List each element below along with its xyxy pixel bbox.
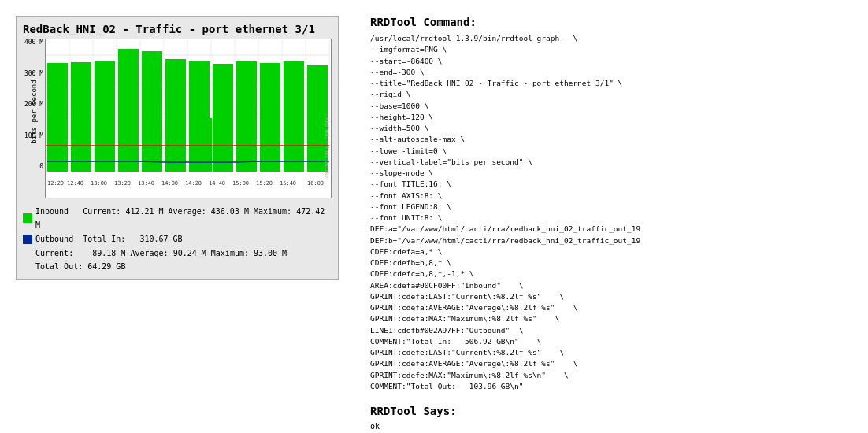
- outbound-stats-row: Current: 89.18 M Average: 90.24 M Maximu…: [35, 246, 332, 260]
- svg-rect-17: [47, 63, 68, 172]
- inbound-color-box: [23, 213, 32, 223]
- svg-text:RRDTOOL / Tobi Oetiker: RRDTOOL / Tobi Oetiker: [325, 118, 330, 181]
- svg-rect-18: [71, 62, 91, 172]
- svg-text:14:00: 14:00: [161, 180, 178, 187]
- svg-text:15:40: 15:40: [280, 180, 296, 187]
- svg-text:13:20: 13:20: [114, 180, 131, 187]
- inbound-maximum: 472.42 M: [35, 207, 325, 229]
- rrdtool-says-value: ok: [370, 422, 852, 431]
- svg-text:13:00: 13:00: [91, 180, 107, 187]
- y-label-200m: 200 M: [21, 101, 43, 108]
- svg-text:15:20: 15:20: [256, 180, 273, 187]
- total-out-label: Total Out: 64.29 GB: [35, 262, 125, 271]
- svg-text:15:00: 15:00: [232, 180, 249, 187]
- svg-rect-25: [213, 64, 233, 172]
- outbound-label: Outbound Total In: 310.67 GB: [35, 232, 183, 246]
- y-label-0: 0: [21, 163, 43, 170]
- outbound-maximum: 93.00 M: [254, 249, 287, 257]
- total-out-value: 64.29 GB: [87, 262, 125, 271]
- outbound-average: 90.24 M: [173, 249, 206, 257]
- svg-text:12:40: 12:40: [67, 180, 83, 187]
- svg-rect-28: [284, 61, 304, 172]
- right-panel: RRDTool Command: /usr/local/rrdtool-1.3.…: [370, 16, 852, 431]
- inbound-current: 412.21 M: [125, 207, 163, 216]
- svg-text:14:40: 14:40: [209, 180, 225, 187]
- legend-outbound-row: Outbound Total In: 310.67 GB: [23, 232, 332, 246]
- svg-rect-26: [236, 61, 257, 172]
- outbound-stats-label: Current: 89.18 M Average: 90.24 M Maximu…: [35, 249, 287, 257]
- svg-text:12:20: 12:20: [47, 180, 64, 187]
- svg-text:13:40: 13:40: [138, 180, 154, 187]
- svg-rect-22: [165, 59, 186, 172]
- rrdtool-command: /usr/local/rrdtool-1.3.9/bin/rrdtool gra…: [370, 33, 852, 392]
- rrdtool-command-title: RRDTool Command:: [370, 16, 852, 28]
- outbound-color-box: [23, 235, 32, 244]
- svg-text:16:00: 16:00: [307, 180, 324, 187]
- inbound-average: 436.03 M: [211, 207, 249, 216]
- svg-rect-27: [260, 63, 280, 172]
- y-labels: 400 M 300 M 200 M 100 M 0: [21, 39, 43, 184]
- y-label-400m: 400 M: [21, 39, 43, 46]
- svg-rect-20: [118, 49, 139, 172]
- inbound-label: Inbound Current: 412.21 M Average: 436.0…: [35, 205, 332, 231]
- outbound-current: 89.18 M: [92, 249, 125, 257]
- y-label-300m: 300 M: [21, 70, 43, 77]
- chart-svg: 12:20 12:40 13:00 13:20 13:40 14:00 14:2…: [45, 39, 332, 198]
- svg-rect-21: [142, 51, 162, 172]
- y-label-100m: 100 M: [21, 132, 43, 139]
- legend-inbound-row: Inbound Current: 412.21 M Average: 436.0…: [23, 205, 332, 231]
- rrdtool-says-title: RRDTool Says:: [370, 405, 852, 417]
- total-out-row: Total Out: 64.29 GB: [35, 260, 332, 273]
- outbound-total-in: 310.67 GB: [139, 235, 182, 243]
- svg-rect-24: [207, 118, 212, 172]
- left-panel: RedBack_HNI_02 - Traffic - port ethernet…: [16, 16, 347, 431]
- svg-rect-23: [189, 61, 210, 172]
- svg-rect-19: [95, 61, 115, 172]
- svg-text:14:20: 14:20: [185, 180, 202, 187]
- chart-title: RedBack_HNI_02 - Traffic - port ethernet…: [23, 23, 332, 35]
- legend: Inbound Current: 412.21 M Average: 436.0…: [23, 205, 332, 273]
- chart-container: RedBack_HNI_02 - Traffic - port ethernet…: [16, 16, 339, 280]
